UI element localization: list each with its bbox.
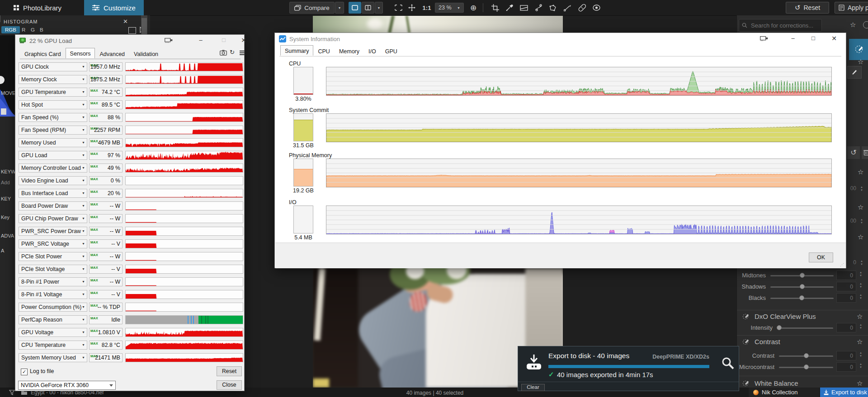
sysinfo-close-button[interactable]: ✕	[827, 33, 841, 44]
sysinfo-tab-memory[interactable]: Memory	[335, 46, 364, 56]
panel-contrast-star-icon[interactable]: ☆	[857, 338, 863, 346]
sensor-dropdown-cpu-temperature[interactable]: CPU Temperature▼	[19, 341, 87, 350]
slider-shadows-value[interactable]: 0	[836, 282, 856, 291]
sensor-dropdown-fan-speed-rpm-[interactable]: Fan Speed (RPM)▼	[19, 126, 87, 135]
sensor-dropdown-hot-spot[interactable]: Hot Spot▼	[19, 100, 87, 109]
reset-button[interactable]: ↺ Reset	[786, 2, 829, 14]
panel-star-icon[interactable]: ☆	[858, 58, 863, 66]
slider-blacks-value[interactable]: 0	[836, 293, 856, 303]
slider-microcontrast-stepper[interactable]: ▲▼	[858, 363, 864, 369]
zoom-in-button[interactable]: ⊕	[467, 2, 479, 14]
tab-customize[interactable]: Customize	[84, 0, 144, 15]
gpuz-tab-graphics-card[interactable]: Graphics Card	[20, 49, 66, 59]
sysinfo-tab-cpu[interactable]: CPU	[313, 46, 334, 56]
slider-contrast-slider-thumb[interactable]	[804, 353, 809, 358]
gpuz-reset-button[interactable]: Reset	[217, 366, 242, 376]
sysinfo-tab-summary[interactable]: Summary	[280, 45, 313, 56]
sensor-dropdown-fan-speed-[interactable]: Fan Speed (%)▼	[19, 113, 87, 122]
fit-view-button[interactable]	[392, 2, 404, 14]
local-adjustments-button[interactable]	[849, 39, 868, 60]
undo-button[interactable]: ↺	[847, 146, 860, 159]
slider-intensity-stepper[interactable]: ▲▼	[858, 323, 864, 330]
corrections-search[interactable]	[739, 19, 822, 32]
sensor-dropdown-pwr-src-voltage[interactable]: PWR_SRC Voltage▼	[19, 239, 87, 248]
sensor-dropdown-power-consumption-[interactable]: Power Consumption (%)▼	[19, 303, 87, 312]
trash-button[interactable]	[862, 146, 868, 159]
gpu-card-icon[interactable]	[165, 38, 173, 43]
panel-star-icon[interactable]: ☆	[858, 203, 863, 211]
sysinfo-title-bar[interactable]: System Information – □ ✕	[275, 33, 846, 45]
gpuz-close-button[interactable]: ✕	[237, 35, 250, 46]
sensor-dropdown-gpu-chip-power-draw[interactable]: GPU Chip Power Draw▼	[19, 214, 87, 223]
horizon-button[interactable]	[517, 2, 531, 14]
slider-shadows-slider-thumb[interactable]	[800, 284, 805, 289]
histogram-channel-g[interactable]: G	[31, 27, 35, 33]
panel-star-icon[interactable]: ☆	[858, 233, 863, 241]
red-eye-button[interactable]	[590, 2, 603, 14]
checker-icon[interactable]	[128, 27, 136, 34]
control-polygon-button[interactable]	[546, 2, 560, 14]
histogram-channel-rgb[interactable]: RGB	[1, 26, 20, 33]
sensor-dropdown-bus-interface-load[interactable]: Bus Interface Load▼	[19, 189, 87, 198]
slider-shadows-stepper[interactable]: ▲▼	[858, 282, 864, 289]
magnifier-icon[interactable]	[721, 356, 735, 370]
sensor-dropdown-gpu-clock[interactable]: GPU Clock▼	[19, 62, 87, 71]
menu-icon[interactable]	[240, 51, 245, 55]
sensor-dropdown-memory-used[interactable]: Memory Used▼	[19, 138, 87, 147]
compare-button[interactable]: Compare	[289, 2, 335, 14]
gpuz-tab-validation[interactable]: Validation	[129, 49, 163, 59]
gpuz-close-button-bottom[interactable]: Close	[217, 380, 242, 390]
control-points-button[interactable]	[532, 2, 545, 14]
control-line-button[interactable]	[561, 2, 574, 14]
filter-icon[interactable]	[9, 390, 15, 395]
nik-collection-button[interactable]: Nik Collection	[749, 388, 819, 397]
sensor-dropdown-memory-controller-load[interactable]: Memory Controller Load▼	[19, 163, 87, 173]
edge-stepper-fragment[interactable]: ▲▼	[859, 218, 865, 224]
screenshot-camera-icon[interactable]	[220, 50, 227, 56]
sensor-dropdown-perfcap-reason[interactable]: PerfCap Reason▼	[19, 315, 87, 324]
slider-blacks-slider-thumb[interactable]	[799, 295, 804, 300]
sensor-dropdown-pcie-slot-power[interactable]: PCIe Slot Power▼	[19, 252, 87, 261]
slider-midtones-value[interactable]: 0	[836, 271, 856, 280]
sensor-dropdown-memory-clock[interactable]: Memory Clock▼	[19, 75, 87, 84]
zoom-select[interactable]: 23 %▼	[435, 3, 464, 13]
gpuz-tab-sensors[interactable]: Sensors	[66, 48, 95, 58]
sensor-dropdown-pwr-src-power-draw[interactable]: PWR_SRC Power Draw▼	[19, 227, 87, 236]
sysinfo-tab-i-o[interactable]: I/O	[364, 46, 381, 56]
sensor-dropdown-system-memory-used[interactable]: System Memory Used▼	[19, 353, 87, 362]
log-checkbox[interactable]: ✓	[21, 369, 28, 375]
corrections-search-input[interactable]	[750, 22, 820, 29]
slider-intensity-slider-thumb[interactable]	[777, 325, 782, 330]
apply-preset-button[interactable]: Apply pre	[835, 2, 868, 14]
gpu-card-icon[interactable]	[760, 36, 768, 41]
sensor-dropdown-8-pin-1-power[interactable]: 8-Pin #1 Power▼	[19, 277, 87, 286]
slider-intensity-value[interactable]: 0	[836, 323, 856, 332]
crop-button[interactable]	[488, 2, 502, 14]
histogram-channel-r[interactable]: R	[22, 27, 25, 33]
gpuz-tab-advanced[interactable]: Advanced	[95, 49, 129, 59]
sysinfo-minimize-button[interactable]: –	[786, 33, 800, 44]
resize-grip[interactable]: ⋰	[840, 262, 844, 267]
heal-button[interactable]	[575, 2, 589, 14]
edge-stepper-fragment[interactable]: ▲▼	[859, 186, 865, 192]
histogram-channel-b[interactable]: B	[40, 27, 43, 33]
compare-dropdown[interactable]: ▼	[335, 2, 344, 14]
slider-midtones-stepper[interactable]: ▲▼	[858, 271, 864, 277]
slider-blacks-stepper[interactable]: ▲▼	[858, 294, 864, 300]
slider-contrast-stepper[interactable]: ▲▼	[858, 351, 864, 358]
pan-button[interactable]	[406, 2, 418, 14]
slider-microcontrast-value[interactable]: 0	[836, 362, 856, 372]
clear-button[interactable]: Clear	[521, 384, 545, 391]
single-view-button[interactable]	[349, 2, 361, 14]
sysinfo-maximize-button[interactable]: □	[807, 33, 820, 44]
sensor-dropdown-8-pin-1-voltage[interactable]: 8-Pin #1 Voltage▼	[19, 290, 87, 299]
sensor-dropdown-pcie-slot-voltage[interactable]: PCIe Slot Voltage▼	[19, 265, 87, 274]
view-dropdown[interactable]: ▼	[375, 2, 383, 14]
panel-white-balance-star-icon[interactable]: ☆	[857, 379, 863, 388]
tab-photolibrary[interactable]: PhotoLibrary	[5, 0, 70, 15]
slider-contrast-value[interactable]: 0	[836, 351, 856, 360]
split-view-button[interactable]	[362, 2, 374, 14]
panel-clearview-star-icon[interactable]: ☆	[857, 313, 863, 321]
partial-circle-icon[interactable]	[863, 21, 868, 28]
histogram-close-icon[interactable]: ✕	[123, 18, 128, 25]
